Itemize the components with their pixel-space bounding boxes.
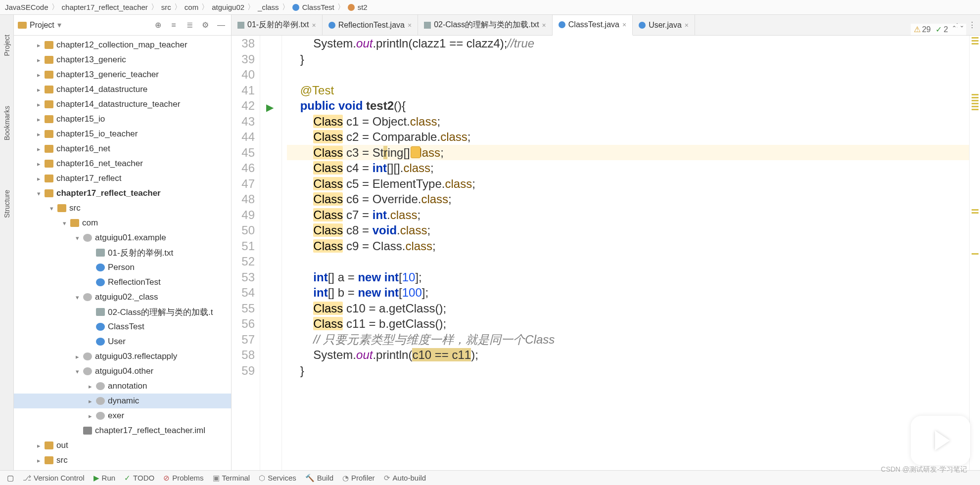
editor-tabs[interactable]: 01-反射的举例.txt×ReflectionTest.java×02-Clas… [232,15,980,36]
breadcrumb[interactable]: JavaSECode〉 chapter17_reflect_teacher〉 s… [0,0,980,15]
check-count[interactable]: 2 [935,25,948,34]
tree-node[interactable]: chapter13_generic [14,52,231,67]
line-number[interactable]: 45 [232,145,255,161]
tabs-overflow-icon[interactable]: ⋮ [964,20,980,30]
code-line[interactable]: Class c1 = Object.class; [287,114,969,130]
tree-node[interactable]: 01-反射的举例.txt [14,245,231,260]
breadcrumb-item[interactable]: JavaSECode [5,3,48,11]
strip-project[interactable]: Project [3,35,11,56]
tree-arrow-icon[interactable] [36,86,42,93]
tree-node[interactable]: src [14,201,231,216]
tree-node[interactable]: src [14,453,231,468]
tree-node[interactable]: chapter16_net [14,141,231,156]
line-number[interactable]: 52 [232,254,255,269]
settings-icon[interactable]: ⚙ [199,19,211,31]
tree-arrow-icon[interactable] [36,442,42,449]
line-number[interactable]: 51 [232,238,255,254]
code-content[interactable]: System.out.println(clazz1 == clazz4);//t… [282,36,969,470]
tree-node[interactable]: ReflectionTest [14,275,231,290]
nav-up-icon[interactable]: ˆ [953,25,955,34]
left-tool-strip[interactable]: Project Bookmarks Structure [0,15,14,470]
bottom-tool-bar[interactable]: ▢ Version Control Run TODO Problems Term… [0,470,980,485]
breadcrumb-item[interactable]: st2 [358,3,368,11]
tree-node[interactable]: ClassTest [14,319,231,334]
tree-node[interactable]: atguigu01.example [14,230,231,245]
code-editor[interactable]: 3839404142434445464748495051525354555657… [232,36,980,470]
project-panel-title[interactable]: Project ▾ [18,20,148,30]
code-line[interactable]: // 只要元素类型与维度一样，就是同一个Class [287,332,969,348]
tree-node[interactable]: Person [14,260,231,275]
tree-arrow-icon[interactable] [36,56,42,64]
warning-count[interactable]: 29 [914,25,931,34]
line-number[interactable]: 40 [232,67,255,83]
editor-tab[interactable]: User.java× [633,15,695,35]
tree-arrow-icon[interactable] [36,190,42,197]
line-number[interactable]: 49 [232,207,255,223]
services-button[interactable]: Services [259,474,296,483]
tree-arrow-icon[interactable] [74,353,80,360]
hide-icon[interactable]: — [215,19,227,31]
tree-node[interactable]: atguigu03.reflectapply [14,349,231,364]
code-line[interactable] [287,254,969,269]
code-line[interactable]: Class c5 = ElementType.class; [287,176,969,192]
tree-node[interactable]: atguigu04.other [14,364,231,379]
collapse-all-icon[interactable]: ≣ [184,19,195,31]
breadcrumb-item[interactable]: ClassTest [302,3,334,11]
code-line[interactable]: Class c3 = String[].class; [287,145,969,161]
line-number-gutter[interactable]: 3839404142434445464748495051525354555657… [232,36,260,470]
run-button[interactable]: Run [93,474,116,483]
line-number[interactable]: 43 [232,114,255,130]
line-number[interactable]: 38 [232,36,255,51]
tree-node[interactable]: chapter14_datastructure [14,82,231,97]
tree-node[interactable]: chapter17_reflect_teacher [14,186,231,201]
tree-node[interactable]: 02-Class的理解与类的加载.t [14,305,231,319]
tree-arrow-icon[interactable] [74,234,80,242]
code-line[interactable]: } [287,51,969,67]
tree-node[interactable]: chapter13_generic_teacher [14,67,231,82]
strip-bookmarks[interactable]: Bookmarks [3,106,11,140]
line-number[interactable]: 59 [232,363,255,379]
run-test-icon[interactable]: ▶ [266,100,274,116]
line-number[interactable]: 58 [232,347,255,363]
tree-node[interactable]: chapter14_datastructure_teacher [14,97,231,112]
problems-button[interactable]: Problems [163,474,203,483]
editor-tab[interactable]: 02-Class的理解与类的加载.txt× [418,15,553,35]
tree-node[interactable]: chapter17_reflect [14,171,231,186]
line-number[interactable]: 55 [232,301,255,316]
line-number[interactable]: 41 [232,83,255,98]
code-line[interactable]: Class c4 = int[][].class; [287,160,969,176]
tree-arrow-icon[interactable] [36,175,42,182]
tree-arrow-icon[interactable] [36,457,42,464]
tree-arrow-icon[interactable] [36,71,42,79]
expand-all-icon[interactable]: ≡ [168,19,180,31]
tree-arrow-icon[interactable] [48,205,54,212]
line-number[interactable]: 53 [232,269,255,285]
tree-node[interactable]: chapter15_io_teacher [14,127,231,141]
code-line[interactable]: Class c7 = int.class; [287,207,969,223]
code-line[interactable]: Class c2 = Comparable.class; [287,129,969,145]
code-line[interactable]: System.out.println(clazz1 == clazz4);//t… [287,36,969,51]
close-tab-icon[interactable]: × [312,21,316,29]
tree-node[interactable]: exer [14,408,231,423]
tree-node[interactable]: chapter17_reflect_teacher.iml [14,423,231,438]
code-line[interactable]: int[] b = new int[100]; [287,285,969,301]
tree-node[interactable]: annotation [14,379,231,394]
breadcrumb-item[interactable]: atguigu02 [212,3,244,11]
terminal-button[interactable]: Terminal [213,474,250,483]
code-line[interactable] [287,67,969,83]
tree-node[interactable]: dynamic [14,394,231,408]
tree-arrow-icon[interactable] [36,101,42,108]
code-line[interactable]: public void test2(){ [287,98,969,114]
line-number[interactable]: 54 [232,285,255,301]
problems-stripe[interactable] [969,36,980,470]
tree-arrow-icon[interactable] [61,220,67,227]
breadcrumb-item[interactable]: _class [258,3,279,11]
tree-node[interactable]: atguigu02._class [14,290,231,305]
close-tab-icon[interactable]: × [408,21,412,29]
close-tab-icon[interactable]: × [542,21,546,29]
nav-down-icon[interactable]: ˇ [961,25,963,34]
tree-arrow-icon[interactable] [87,397,93,405]
show-toolwindow-icon[interactable]: ▢ [7,474,14,483]
close-tab-icon[interactable]: × [685,21,689,29]
breadcrumb-item[interactable]: com [185,3,198,11]
